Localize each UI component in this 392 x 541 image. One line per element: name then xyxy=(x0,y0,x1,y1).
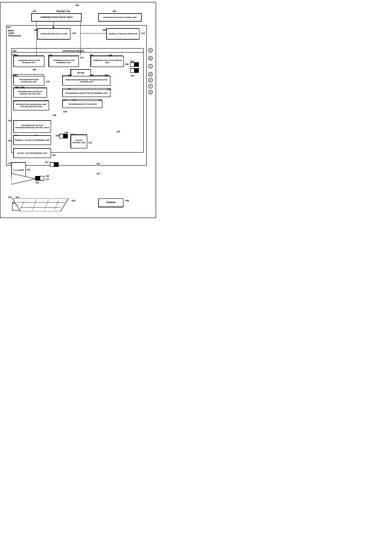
black-square-112 xyxy=(35,176,40,180)
number-189: 189 xyxy=(102,29,106,31)
comm-state-reading-box: COMMUNICATION STATE READING UNIT xyxy=(13,56,44,67)
number-195: 195 xyxy=(34,29,38,31)
main-diagram: 100 PACKET I/O 105 COMMUNICATION SATATE … xyxy=(0,2,156,218)
packet-reading-box: PACKET READING UNIT xyxy=(71,135,87,148)
operation-matrix-label: OPERATION MATRIX xyxy=(63,50,84,52)
filter-box: FILTER xyxy=(71,69,91,76)
network-bus-shape xyxy=(12,198,68,211)
number-112: 112 xyxy=(45,178,49,180)
packet-io-label: PACKET I/O xyxy=(57,10,70,13)
white-square-190 xyxy=(59,134,63,138)
trans-band-estimating-box: TRANSMISSION BAND ESTIMATING UNIT xyxy=(13,76,44,86)
number-102: ~102 xyxy=(70,199,75,202)
number-121: 121 xyxy=(131,60,134,62)
number-196: ~196 xyxy=(124,199,129,202)
trans-nontrans-box: TRANSMISISON OR NON- TRANSMISSION/BAND S… xyxy=(13,120,51,133)
white-square-111 xyxy=(50,162,54,167)
number-146: 146 xyxy=(45,175,49,177)
number-191: 191 xyxy=(52,154,56,156)
number-113: 113 xyxy=(88,141,92,144)
number-117: ~117 xyxy=(140,32,145,34)
config-data-storing-box: CONFIGURATION DATA STORING UNIT xyxy=(99,13,141,21)
white-square-112 xyxy=(40,176,44,180)
general-purpose-box: GENERAL-PURPOSE OPERATOR xyxy=(106,28,140,39)
circle-b: B xyxy=(148,56,153,60)
number-157: 157 xyxy=(80,56,84,59)
config-data-cache-box: CONFIGURATION DATA CACHE xyxy=(37,28,70,39)
number-116: ~116 xyxy=(71,32,76,34)
number-197: 197 xyxy=(96,172,100,175)
circle-a: A xyxy=(148,48,153,52)
terminal-access-box: TERMINAL ACCESS DETERMINING UNIT xyxy=(13,135,51,145)
number-119: 119 xyxy=(46,80,50,83)
interruption-box: INTERRUPTION GENERATING UNIT FOR RECONFI… xyxy=(13,101,49,110)
number-105: 105 xyxy=(32,10,36,12)
number-190: 190 xyxy=(64,131,68,134)
number-145: 145 xyxy=(26,168,30,171)
circle-e: E xyxy=(148,78,153,82)
number-165: 165 xyxy=(35,181,39,184)
packet-type-box: PACKET TYPE DETERMINING UNIT xyxy=(13,148,51,158)
circle-d: D xyxy=(148,72,153,76)
number-158: 158 xyxy=(125,63,128,65)
number-106: 106 xyxy=(112,10,116,12)
comm-state-renewing-box: COMMUNICATION STATE RENEWING UNIT xyxy=(49,56,79,67)
number-151: 151~ xyxy=(8,120,13,122)
white-square-121b xyxy=(130,68,135,73)
number-108: 108 xyxy=(55,134,59,137)
number-128: 128 xyxy=(63,110,67,113)
diagram-number-100: 100 xyxy=(75,4,79,6)
number-164: 164 xyxy=(96,162,100,165)
comm-state-table-box: COMMUNICATION SATATE TABLE xyxy=(31,13,81,21)
terminal-box: TERMINAL xyxy=(99,198,123,207)
circle-c: C xyxy=(148,64,153,68)
comm-state-writing-box: COMMUNICATION STATE WRITNG UNIT xyxy=(91,56,124,67)
black-square-111 xyxy=(54,162,59,167)
number-110: 110 xyxy=(8,162,12,164)
trans-capability-box: TRANSMISSION CAPABILITY AMOUNT SETTING U… xyxy=(13,88,47,98)
trans-amount-time-box: TRANSMISSION AMOUNT/TIME DETERMINING UNI… xyxy=(63,89,110,97)
number-143: 143 xyxy=(8,196,12,198)
black-square-190 xyxy=(63,134,68,138)
number-144: 144 xyxy=(16,196,19,198)
number-104: 104 xyxy=(7,26,10,28)
black-square-121b xyxy=(135,68,139,73)
circle-g: G xyxy=(148,90,153,94)
number-160: 160~ xyxy=(12,50,17,52)
trans-byte-counter-box: TRANSMISSION BYTE COUNTER xyxy=(63,100,102,108)
svg-marker-40 xyxy=(11,173,35,184)
number-194: 194 xyxy=(116,130,120,133)
white-square-121a xyxy=(130,62,135,67)
many-core-label: MANY-COREPROCESSOR xyxy=(8,29,18,37)
number-156: 156 xyxy=(32,68,36,71)
black-square-121a xyxy=(135,62,139,67)
wideband-narrowband-box: WIDEBAND/NARROWBAND TRANSMISSION STATE C… xyxy=(63,76,110,86)
svg-marker-41 xyxy=(12,198,68,211)
number-150: 150 xyxy=(8,139,12,142)
triangle-shape xyxy=(11,173,35,184)
circle-f: F xyxy=(148,84,153,88)
number-122: 122 xyxy=(131,74,134,77)
number-111: 111 xyxy=(45,161,48,163)
number-148: 148 xyxy=(52,114,56,116)
